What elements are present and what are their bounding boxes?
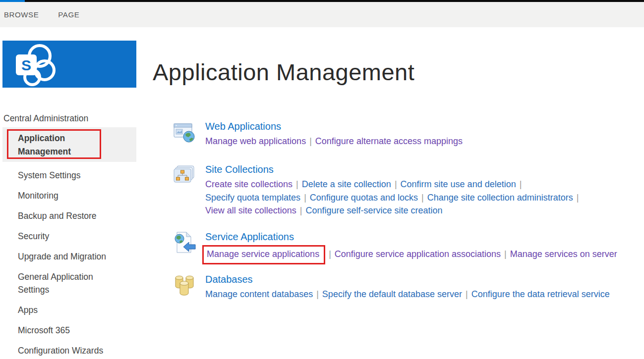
link-configure-the-data-retrieval-service[interactable]: Configure the data retrieval service: [471, 289, 610, 299]
site-collections-icon: [173, 163, 196, 187]
sidebar-nav: System Settings Monitoring Backup and Re…: [18, 169, 112, 359]
sidebar-item-backup-and-restore[interactable]: Backup and Restore: [18, 209, 112, 222]
link-separator: |: [577, 193, 579, 203]
web-applications-icon: [173, 120, 196, 144]
link-separator: |: [466, 289, 468, 299]
section-web-applications: Web Applications Manage web applications…: [173, 120, 463, 148]
sidebar-item-application-management[interactable]: Application Management: [18, 132, 97, 158]
ribbon-tab-row: BROWSE PAGE: [0, 2, 644, 27]
sidebar-item-monitoring[interactable]: Monitoring: [18, 189, 112, 202]
section-title-site-collections[interactable]: Site Collections: [205, 163, 582, 175]
link-configure-alternate-access-mappings[interactable]: Configure alternate access mappings: [315, 136, 463, 146]
link-separator: |: [309, 136, 312, 146]
link-separator: |: [421, 193, 424, 203]
sidebar-item-general-application-settings[interactable]: General Application Settings: [18, 270, 112, 296]
sidebar-item-apps[interactable]: Apps: [18, 304, 112, 316]
sidebar-item-upgrade-and-migration[interactable]: Upgrade and Migration: [18, 250, 112, 263]
section-site-collections: Site Collections Create site collections…: [173, 163, 582, 217]
link-configure-self-service-site-creation[interactable]: Configure self-service site creation: [305, 205, 442, 215]
tab-page[interactable]: PAGE: [58, 10, 79, 19]
annotation-box: Manage service applications: [202, 245, 325, 264]
link-separator: |: [300, 205, 302, 215]
link-configure-service-application-associations[interactable]: Configure service application associatio…: [335, 249, 501, 259]
section-service-applications: Service Applications Manage service appl…: [173, 231, 617, 264]
sharepoint-logo-icon: S: [13, 43, 58, 87]
link-separator: |: [329, 249, 331, 259]
sidebar-item-security[interactable]: Security: [18, 230, 112, 243]
sidebar-heading-central-administration[interactable]: Central Administration: [3, 113, 88, 124]
link-separator: |: [520, 179, 522, 189]
section-databases: Databases Manage content databases|Speci…: [173, 273, 610, 301]
sidebar-item-configuration-wizards[interactable]: Configuration Wizards: [18, 344, 112, 357]
tab-browse[interactable]: BROWSE: [4, 10, 39, 19]
link-specify-quota-templates[interactable]: Specify quota templates: [205, 193, 300, 203]
link-manage-web-applications[interactable]: Manage web applications: [205, 136, 306, 146]
link-separator: |: [316, 289, 319, 299]
link-separator: |: [304, 193, 306, 203]
link-separator: |: [395, 179, 397, 189]
link-separator: |: [504, 249, 507, 259]
link-manage-service-applications[interactable]: Manage service applications: [207, 249, 319, 259]
link-manage-content-databases[interactable]: Manage content databases: [205, 289, 313, 299]
link-delete-a-site-collection[interactable]: Delete a site collection: [302, 179, 391, 189]
sidebar-item-system-settings[interactable]: System Settings: [18, 169, 112, 182]
databases-icon: [173, 273, 196, 297]
sharepoint-logo[interactable]: S: [2, 41, 136, 88]
svg-text:S: S: [21, 57, 31, 73]
section-title-service-applications[interactable]: Service Applications: [205, 231, 617, 243]
link-view-all-site-collections[interactable]: View all site collections: [205, 205, 296, 215]
service-applications-icon: [173, 231, 196, 255]
link-configure-quotas-and-locks[interactable]: Configure quotas and locks: [310, 193, 418, 203]
link-separator: |: [296, 179, 298, 189]
link-manage-services-on-server[interactable]: Manage services on server: [510, 249, 617, 259]
link-change-site-collection-administrators[interactable]: Change site collection administrators: [427, 193, 573, 203]
link-create-site-collections[interactable]: Create site collections: [205, 179, 293, 189]
section-title-web-applications[interactable]: Web Applications: [205, 120, 463, 132]
link-specify-the-default-database-server[interactable]: Specify the default database server: [322, 289, 462, 299]
link-confirm-site-use-and-deletion[interactable]: Confirm site use and deletion: [401, 179, 516, 189]
section-title-databases[interactable]: Databases: [205, 273, 610, 285]
sidebar-item-microsoft-365[interactable]: Microsoft 365: [18, 324, 112, 337]
page-title: Application Management: [153, 58, 414, 86]
